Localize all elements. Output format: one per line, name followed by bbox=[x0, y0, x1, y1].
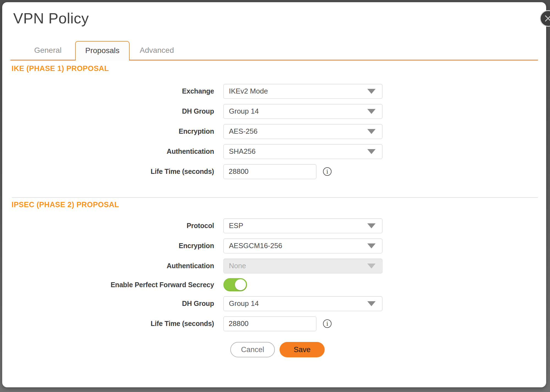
save-button[interactable]: Save bbox=[280, 342, 325, 357]
ike-authentication-select[interactable]: SHA256 bbox=[223, 144, 382, 159]
chevron-down-icon bbox=[367, 301, 376, 306]
chevron-down-icon bbox=[367, 223, 376, 228]
chevron-down-icon bbox=[367, 129, 376, 134]
info-icon[interactable] bbox=[323, 167, 332, 176]
ike-life-time-label: Life Time (seconds) bbox=[2, 168, 214, 176]
toggle-knob bbox=[235, 279, 246, 290]
form-row-ike-encryption: Encryption AES-256 bbox=[2, 121, 546, 141]
form-row-ike-dh-group: DH Group Group 14 bbox=[2, 101, 546, 121]
ike-dh-group-label: DH Group bbox=[2, 107, 214, 115]
exchange-value: IKEv2 Mode bbox=[229, 87, 268, 95]
close-icon bbox=[544, 14, 550, 23]
section-divider bbox=[12, 197, 538, 198]
tab-bar: General Proposals Advanced bbox=[10, 41, 538, 61]
ike-dh-group-select[interactable]: Group 14 bbox=[223, 104, 382, 119]
ipsec-phase2-heading: IPSEC (PHASE 2) PROPOSAL bbox=[12, 201, 546, 209]
screen: { "colors": { "accent_orange": "#EE8322"… bbox=[0, 0, 550, 392]
dialog-title: VPN Policy bbox=[13, 9, 546, 27]
ipsec-life-time-input[interactable] bbox=[223, 316, 316, 331]
exchange-label: Exchange bbox=[2, 87, 214, 95]
form-row-exchange: Exchange IKEv2 Mode bbox=[2, 81, 546, 101]
chevron-down-icon bbox=[367, 264, 376, 268]
ipsec-life-time-label: Life Time (seconds) bbox=[2, 320, 214, 328]
ike-encryption-value: AES-256 bbox=[229, 127, 258, 136]
chevron-down-icon bbox=[367, 89, 376, 94]
tab-proposals[interactable]: Proposals bbox=[75, 41, 130, 60]
ipsec-dh-group-value: Group 14 bbox=[229, 299, 259, 308]
pfs-toggle[interactable] bbox=[223, 278, 247, 291]
chevron-down-icon bbox=[367, 109, 376, 114]
ipsec-encryption-label: Encryption bbox=[2, 242, 214, 250]
form-row-protocol: Protocol ESP bbox=[2, 216, 546, 236]
ike-authentication-value: SHA256 bbox=[229, 147, 256, 156]
cancel-button[interactable]: Cancel bbox=[230, 342, 275, 357]
ipsec-authentication-value: None bbox=[229, 262, 246, 270]
ipsec-encryption-value: AESGCM16-256 bbox=[229, 242, 282, 250]
dialog-footer: Cancel Save bbox=[230, 342, 546, 357]
ike-phase1-form: Exchange IKEv2 Mode DH Group Group 14 En… bbox=[2, 81, 546, 182]
ipsec-authentication-select: None bbox=[223, 259, 382, 273]
protocol-value: ESP bbox=[229, 221, 243, 230]
ike-encryption-select[interactable]: AES-256 bbox=[223, 124, 382, 139]
form-row-ipsec-dh-group: DH Group Group 14 bbox=[2, 294, 546, 314]
protocol-select[interactable]: ESP bbox=[223, 218, 382, 233]
form-row-ike-authentication: Authentication SHA256 bbox=[2, 141, 546, 161]
ike-phase1-heading: IKE (PHASE 1) PROPOSAL bbox=[12, 64, 546, 73]
ike-authentication-label: Authentication bbox=[2, 147, 214, 155]
chevron-down-icon bbox=[367, 243, 376, 248]
ipsec-authentication-label: Authentication bbox=[2, 262, 214, 270]
exchange-select[interactable]: IKEv2 Mode bbox=[223, 84, 382, 99]
pfs-label: Enable Perfect Forward Secrecy bbox=[2, 281, 214, 289]
form-row-ike-life-time: Life Time (seconds) bbox=[2, 161, 546, 182]
info-icon[interactable] bbox=[323, 319, 332, 328]
form-row-ipsec-authentication: Authentication None bbox=[2, 256, 546, 276]
ipsec-dh-group-label: DH Group bbox=[2, 300, 214, 308]
protocol-label: Protocol bbox=[2, 222, 214, 230]
form-row-ipsec-encryption: Encryption AESGCM16-256 bbox=[2, 236, 546, 256]
form-row-pfs: Enable Perfect Forward Secrecy bbox=[2, 276, 546, 294]
ike-dh-group-value: Group 14 bbox=[229, 107, 259, 116]
ike-life-time-input[interactable] bbox=[223, 164, 316, 179]
ipsec-dh-group-select[interactable]: Group 14 bbox=[223, 296, 382, 311]
tab-advanced[interactable]: Advanced bbox=[130, 41, 184, 60]
tab-general[interactable]: General bbox=[21, 41, 75, 60]
form-row-ipsec-life-time: Life Time (seconds) bbox=[2, 314, 546, 334]
vpn-policy-dialog: VPN Policy General Proposals Advanced IK… bbox=[2, 2, 546, 387]
ipsec-encryption-select[interactable]: AESGCM16-256 bbox=[223, 239, 382, 253]
ipsec-phase2-form: Protocol ESP Encryption AESGCM16-256 Aut… bbox=[2, 216, 546, 334]
chevron-down-icon bbox=[367, 149, 376, 154]
ike-encryption-label: Encryption bbox=[2, 127, 214, 135]
